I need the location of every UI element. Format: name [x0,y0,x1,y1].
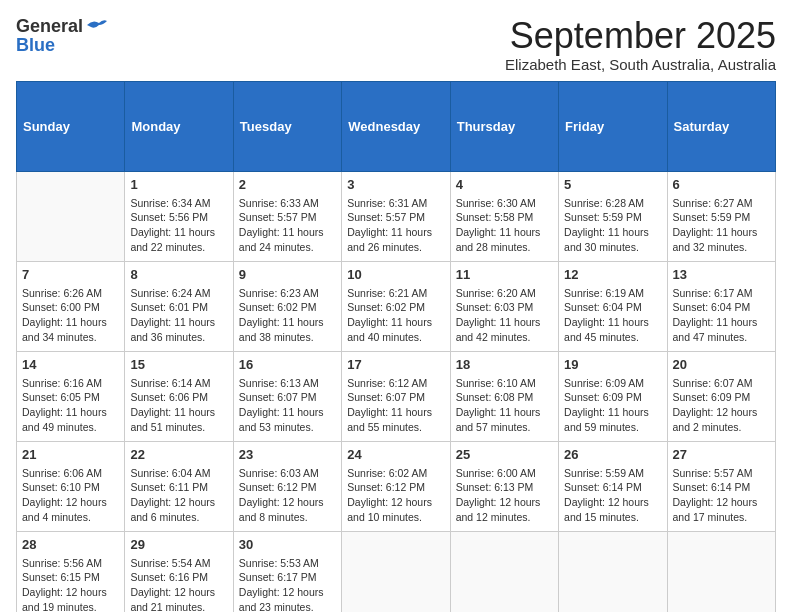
calendar-header-monday: Monday [125,81,233,171]
logo: General Blue [16,16,107,56]
calendar-cell [342,531,450,612]
day-info: Daylight: 11 hours [564,315,661,330]
logo-bird-icon [85,17,107,35]
day-info: Sunrise: 6:33 AM [239,196,336,211]
day-info: Daylight: 11 hours [239,315,336,330]
day-info: Daylight: 12 hours [130,495,227,510]
day-info: and 49 minutes. [22,420,119,435]
day-info: Daylight: 12 hours [130,585,227,600]
day-number: 2 [239,176,336,194]
day-info: Daylight: 12 hours [564,495,661,510]
day-info: Sunrise: 6:24 AM [130,286,227,301]
day-info: Sunset: 6:14 PM [564,480,661,495]
day-info: Daylight: 12 hours [456,495,553,510]
calendar-cell: 27Sunrise: 5:57 AMSunset: 6:14 PMDayligh… [667,441,775,531]
calendar-cell: 19Sunrise: 6:09 AMSunset: 6:09 PMDayligh… [559,351,667,441]
calendar-header-friday: Friday [559,81,667,171]
day-info: Daylight: 11 hours [564,405,661,420]
day-info: and 30 minutes. [564,240,661,255]
day-number: 28 [22,536,119,554]
day-info: Sunset: 6:03 PM [456,300,553,315]
day-info: Daylight: 11 hours [564,225,661,240]
day-info: Sunset: 5:58 PM [456,210,553,225]
day-info: Sunrise: 6:03 AM [239,466,336,481]
day-info: and 59 minutes. [564,420,661,435]
day-info: Sunset: 6:09 PM [564,390,661,405]
day-info: Sunset: 6:09 PM [673,390,770,405]
day-info: Daylight: 12 hours [239,585,336,600]
calendar-cell: 13Sunrise: 6:17 AMSunset: 6:04 PMDayligh… [667,261,775,351]
day-info: Sunrise: 6:28 AM [564,196,661,211]
day-info: Sunrise: 5:54 AM [130,556,227,571]
day-info: Sunset: 6:02 PM [347,300,444,315]
calendar-cell: 10Sunrise: 6:21 AMSunset: 6:02 PMDayligh… [342,261,450,351]
day-info: Sunrise: 6:26 AM [22,286,119,301]
day-info: Sunrise: 5:59 AM [564,466,661,481]
day-info: Daylight: 12 hours [347,495,444,510]
day-number: 16 [239,356,336,374]
day-number: 4 [456,176,553,194]
day-info: and 24 minutes. [239,240,336,255]
day-number: 3 [347,176,444,194]
day-info: Daylight: 11 hours [456,315,553,330]
day-number: 8 [130,266,227,284]
day-info: Sunrise: 6:19 AM [564,286,661,301]
day-info: and 36 minutes. [130,330,227,345]
day-info: and 57 minutes. [456,420,553,435]
day-info: Sunset: 6:07 PM [347,390,444,405]
day-info: Daylight: 12 hours [673,405,770,420]
calendar-cell: 2Sunrise: 6:33 AMSunset: 5:57 PMDaylight… [233,171,341,261]
calendar-cell: 4Sunrise: 6:30 AMSunset: 5:58 PMDaylight… [450,171,558,261]
day-info: Daylight: 12 hours [22,495,119,510]
day-info: Sunrise: 6:27 AM [673,196,770,211]
day-info: Sunset: 6:08 PM [456,390,553,405]
calendar-cell: 12Sunrise: 6:19 AMSunset: 6:04 PMDayligh… [559,261,667,351]
day-info: and 6 minutes. [130,510,227,525]
calendar-header-sunday: Sunday [17,81,125,171]
day-number: 21 [22,446,119,464]
day-info: Sunset: 5:59 PM [564,210,661,225]
day-info: Sunrise: 6:20 AM [456,286,553,301]
day-info: Sunrise: 6:04 AM [130,466,227,481]
calendar-cell: 28Sunrise: 5:56 AMSunset: 6:15 PMDayligh… [17,531,125,612]
day-info: Sunset: 6:13 PM [456,480,553,495]
day-info: Daylight: 11 hours [456,225,553,240]
day-info: and 51 minutes. [130,420,227,435]
calendar-table: SundayMondayTuesdayWednesdayThursdayFrid… [16,81,776,612]
day-info: Sunset: 6:14 PM [673,480,770,495]
day-number: 15 [130,356,227,374]
calendar-header-thursday: Thursday [450,81,558,171]
day-info: Sunset: 6:11 PM [130,480,227,495]
day-number: 30 [239,536,336,554]
day-info: Sunrise: 5:53 AM [239,556,336,571]
day-info: and 53 minutes. [239,420,336,435]
calendar-cell: 16Sunrise: 6:13 AMSunset: 6:07 PMDayligh… [233,351,341,441]
day-info: Sunset: 6:07 PM [239,390,336,405]
day-info: Sunset: 6:17 PM [239,570,336,585]
day-info: Sunrise: 6:09 AM [564,376,661,391]
calendar-cell: 6Sunrise: 6:27 AMSunset: 5:59 PMDaylight… [667,171,775,261]
day-number: 5 [564,176,661,194]
calendar-cell: 30Sunrise: 5:53 AMSunset: 6:17 PMDayligh… [233,531,341,612]
day-number: 25 [456,446,553,464]
day-number: 23 [239,446,336,464]
calendar-cell: 20Sunrise: 6:07 AMSunset: 6:09 PMDayligh… [667,351,775,441]
day-info: Sunset: 5:57 PM [239,210,336,225]
day-info: Daylight: 11 hours [673,315,770,330]
day-info: and 26 minutes. [347,240,444,255]
day-info: Daylight: 11 hours [239,225,336,240]
day-info: and 17 minutes. [673,510,770,525]
calendar-cell [450,531,558,612]
calendar-cell: 5Sunrise: 6:28 AMSunset: 5:59 PMDaylight… [559,171,667,261]
day-number: 24 [347,446,444,464]
day-info: Sunset: 6:15 PM [22,570,119,585]
day-info: and 47 minutes. [673,330,770,345]
calendar-cell [559,531,667,612]
day-info: and 38 minutes. [239,330,336,345]
calendar-cell: 8Sunrise: 6:24 AMSunset: 6:01 PMDaylight… [125,261,233,351]
day-info: Sunrise: 6:02 AM [347,466,444,481]
day-info: Sunrise: 5:57 AM [673,466,770,481]
calendar-week-4: 21Sunrise: 6:06 AMSunset: 6:10 PMDayligh… [17,441,776,531]
day-number: 6 [673,176,770,194]
day-info: Sunset: 6:02 PM [239,300,336,315]
